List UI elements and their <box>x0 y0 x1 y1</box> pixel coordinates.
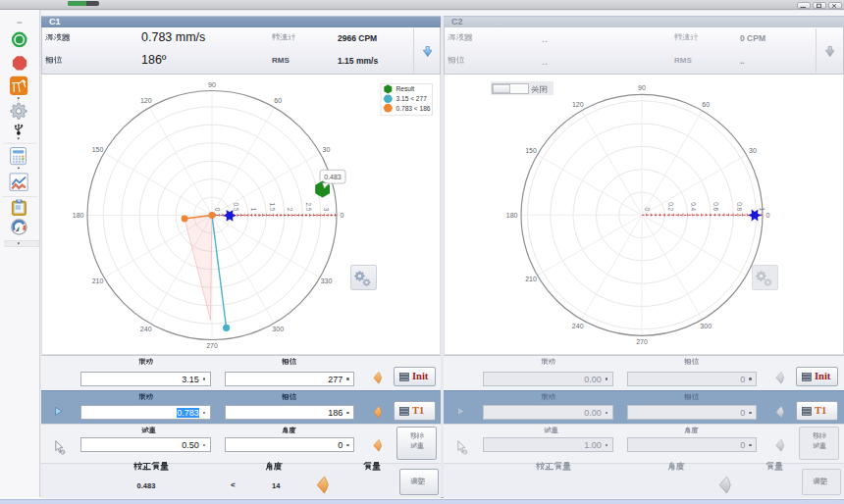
svg-text:0.483: 0.483 <box>324 173 342 179</box>
svg-text:150: 150 <box>525 147 537 154</box>
svg-text:30: 30 <box>749 147 757 154</box>
svg-text:0: 0 <box>766 211 770 218</box>
svg-text:60: 60 <box>702 100 710 107</box>
svg-text:300: 300 <box>700 322 712 328</box>
svg-text:0.5: 0.5 <box>233 202 239 211</box>
svg-text:180: 180 <box>506 211 518 218</box>
svg-text:2.5: 2.5 <box>305 202 312 211</box>
svg-text:0.783 < 186: 0.783 < 186 <box>396 104 431 111</box>
svg-text:1: 1 <box>250 207 257 211</box>
svg-text:0: 0 <box>644 207 651 211</box>
svg-text:Result: Result <box>396 85 415 92</box>
svg-text:270: 270 <box>636 338 648 345</box>
svg-text:1: 1 <box>759 207 765 211</box>
svg-text:2: 2 <box>287 207 293 211</box>
svg-text:1.5: 1.5 <box>269 202 276 211</box>
svg-text:180: 180 <box>73 211 84 218</box>
svg-text:270: 270 <box>206 342 218 349</box>
svg-text:330: 330 <box>321 277 333 284</box>
svg-text:0.8: 0.8 <box>736 202 743 211</box>
svg-text:0.4: 0.4 <box>690 202 697 211</box>
svg-text:150: 150 <box>92 145 104 152</box>
svg-text:0.6: 0.6 <box>712 202 719 211</box>
svg-text:210: 210 <box>525 275 537 281</box>
svg-text:0: 0 <box>214 207 221 211</box>
svg-text:120: 120 <box>572 100 584 107</box>
svg-text:90: 90 <box>208 80 216 87</box>
svg-text:3: 3 <box>323 207 330 211</box>
svg-text:210: 210 <box>92 277 104 284</box>
svg-text:3.15 < 277: 3.15 < 277 <box>396 95 428 102</box>
svg-text:120: 120 <box>140 97 152 104</box>
svg-text:30: 30 <box>323 145 331 152</box>
svg-text:90: 90 <box>638 84 646 91</box>
svg-text:60: 60 <box>274 97 282 104</box>
svg-text:240: 240 <box>140 326 152 332</box>
svg-text:300: 300 <box>272 326 284 332</box>
svg-text:0.2: 0.2 <box>667 202 674 211</box>
svg-text:240: 240 <box>572 322 584 328</box>
svg-text:0: 0 <box>341 211 344 218</box>
